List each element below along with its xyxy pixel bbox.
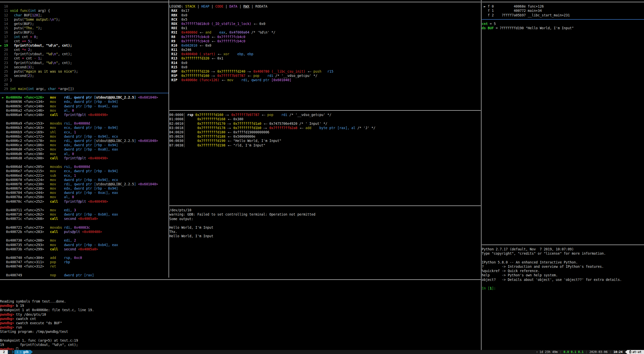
asm-line: [0, 204, 169, 208]
asm-line: 0x400696 <func+134> mov edx, dword ptr […: [0, 100, 169, 104]
asm-line: 0x400711 <func+257> mov edi, 3: [0, 208, 169, 212]
io-line: Hello World, I'm Input: [169, 225, 481, 230]
stack-row: 05:0028│ 0x7fffffffd188 ◂— 0x50000000e: [169, 134, 481, 139]
divider-line: [0, 93, 169, 93]
disasm-divider: [ DISASM ]: [0, 91, 169, 95]
ipython-line: Python 2.7.17 (default, Nov 7 2019, 10:0…: [482, 247, 644, 251]
terminal-screen: 1 "disasm, code" 10 11 void func(int arg…: [0, 0, 644, 354]
clock-value: 10:24: [614, 350, 623, 354]
pane-border-line: [169, 110, 481, 111]
console-line: pwndbg> cwatch cnt: [0, 317, 481, 321]
pane-separator-right[interactable]: [481, 0, 481, 350]
pane-legend-regs[interactable]: 2 "legend, regs" LEGEND: STACK | HEAP | …: [169, 0, 481, 108]
pane-ipython[interactable]: 7 "IPython: tmp/pwndbg" Python 2.7.17 (d…: [482, 243, 644, 350]
ipython-line: help -> Python's own help system.: [482, 273, 644, 277]
powerline-arrow-icon: [8, 350, 10, 354]
uptime-value: 1d 23h 49m: [539, 350, 558, 354]
pane-separator-left[interactable]: [169, 0, 169, 278]
asm-line: 0x4006dd <func+205> movabs rsi, 0x40080d: [0, 165, 169, 169]
ipython-line: In [1]:: [482, 286, 644, 290]
stack-row: 01:0008│ 0x7fffffffd168 ◂— 0x380: [169, 117, 481, 121]
pane-border-line: [169, 2, 481, 2]
console-line: Breakpoint 1 at 0x40068e: file test.c, l…: [0, 308, 481, 312]
register-row: RSI 0x40080d ◂— and eax, 0x4f000a64 /* '…: [169, 30, 481, 35]
source-line: 26 second(2);: [0, 74, 169, 78]
asm-line: 0x400748 <func+312> ret: [0, 264, 169, 269]
source-line: 24 second(3);: [0, 65, 169, 69]
date-value: 2020-03-06: [589, 350, 607, 354]
source-line: 14 gets(BUF);: [0, 22, 169, 26]
source-line: ► 19 fprintf(stdout, "%d\n", cnt);: [0, 43, 169, 48]
asm-line: 0x4006d6 <func+198> mov al, 0: [0, 152, 169, 156]
ipython-console[interactable]: Python 2.7.17 (default, Nov 7 2019, 10:0…: [482, 247, 644, 290]
asm-line: 0x40069c <func+140> mov dword ptr [rbp -…: [0, 104, 169, 108]
register-row: RAX 0x17: [169, 9, 481, 13]
source-line: 11 void func(int arg) {: [0, 9, 169, 13]
source-line: 22 cnt = cnt - 1;: [0, 56, 169, 61]
register-row: R15 0x0: [169, 65, 481, 69]
expressions-list: cnt = 5ds BUF = 7fffffffd190 "Hello Worl…: [482, 22, 644, 30]
frame-row: f 2 7ffff7a05b97 __libc_start_main+231: [482, 13, 644, 17]
asm-line: 0x4006a9 <func+153> movabs rsi, 0x40080d: [0, 121, 169, 126]
pane-border-line: [482, 245, 644, 245]
register-row: R14 0x0: [169, 61, 481, 65]
source-line: 16 puts(BUF);: [0, 30, 169, 35]
pane-backtrace-expressions[interactable]: 6 "backtrace, expressions, args" ► f 0 4…: [482, 0, 644, 243]
asm-line: ► 0x40068e <func+126> mov rdi, qword ptr…: [0, 95, 169, 100]
pane-main-gdb[interactable]: 5 "Main" Reading symbols from test...don…: [0, 278, 481, 350]
register-row: RBP 0x7fffffffd220 —▸ 0x7fffffffd240 —▸ …: [169, 69, 481, 74]
disassembly-list: ► 0x40068e <func+126> mov rdi, qword ptr…: [0, 95, 169, 277]
asm-line: [0, 160, 169, 165]
io-line: /dev/pts/10: [169, 208, 481, 212]
io-line: Hello World, I'm Input: [169, 234, 481, 238]
register-row: RCX 0x5: [169, 17, 481, 22]
asm-line: [0, 269, 169, 273]
separator-icon: ⟨: [558, 350, 563, 354]
io-output: /dev/pts/10warning: GDB: Failed to set c…: [169, 208, 481, 238]
asm-line: 0x40070c <func+252> call fprintf@plt <0x…: [0, 199, 169, 204]
divider-line: [482, 19, 644, 20]
console-line: [0, 295, 481, 299]
gdb-console[interactable]: Reading symbols from test...done.pwndbg>…: [0, 282, 481, 350]
console-line: pwndbg> cwatch execute "ds BUF": [0, 321, 481, 325]
asm-line: 0x4006e7 <func+215> mov ecx, dword ptr […: [0, 169, 169, 173]
hostname-segment: at-at: [627, 350, 644, 354]
chevron-icon: ❯: [20, 350, 23, 354]
pane-title-regs: 2 "legend, regs": [169, 0, 481, 4]
ipython-line: [482, 256, 644, 260]
source-line: 18 cnt += 5;: [0, 39, 169, 43]
stack-row: 06:0030│ 0x7fffffffd190 ◂— "Hello World,…: [169, 139, 481, 143]
asm-line: 0x400716 <func+262> mov dword ptr [rbp -…: [0, 212, 169, 217]
pane-stack[interactable]: 3 "stack" 00:0000│ rsp 0x7fffffffd160 —▸…: [169, 108, 481, 204]
powerline-arrow-icon: [625, 350, 627, 354]
asm-line: 0x4006bc <func+172> mov dword ptr [rbp -…: [0, 134, 169, 139]
status-right: ↑ 1d 23h 49m ⟨ 0.0 0.1 0.1 ⟨ 2020-03-06 …: [536, 350, 644, 354]
asm-line: 0x4006b9 <func+169> shl ecx, 1: [0, 130, 169, 134]
asm-line: 0x4006d0 <func+192> mov dword ptr [rbp -…: [0, 147, 169, 152]
window-name: gdb: [23, 350, 29, 354]
battery-icon: [629, 351, 631, 353]
asm-line: 0x400749 nop dword ptr [rax]: [0, 273, 169, 277]
pane-border-line: [169, 205, 481, 206]
register-row: R10 0x602010 ◂— 0x0: [169, 43, 481, 48]
source-line: 20 cnt *= 2;: [0, 48, 169, 52]
window-indicator[interactable]: 2: [0, 350, 8, 354]
console-line: [0, 282, 481, 286]
asm-line: 0x4006c2 <func+178> mov rdi, qword ptr […: [0, 139, 169, 143]
io-line: Some output:: [169, 217, 481, 221]
expressions-divider: [ EXPRESSIONS ]: [482, 17, 644, 22]
console-line: [0, 334, 481, 338]
pane-disasm-code[interactable]: 1 "disasm, code" 10 11 void func(int arg…: [0, 0, 169, 278]
stack-row: 02:0010│ 0x7fffffffd170 —▸ 0x7fffffffd1a…: [169, 122, 481, 126]
register-row: R12 0x4004b0 (_start) ◂— xor ebp, ebp: [169, 52, 481, 56]
asm-line: 0x400721 <func+273> movabs rdi, 0x40083c: [0, 225, 169, 230]
asm-line: 0x400747 <func+311> pop rbp: [0, 260, 169, 264]
asm-line: 0x40071c <func+268> call second <0x4005a…: [0, 217, 169, 221]
stack-list: 00:0000│ rsp 0x7fffffffd160 —▸ 0x7ffff7b…: [169, 113, 481, 148]
pane-input-output[interactable]: 4 "Input / Output" /dev/pts/10warning: G…: [169, 204, 481, 278]
asm-line: 0x400730 <func+288> mov edi, 2: [0, 238, 169, 243]
source-line: 23 fprintf(stdout, "%d\n", cnt);: [0, 61, 169, 65]
active-window-tab[interactable]: 1 ❯ gdb: [14, 350, 30, 354]
console-line: [0, 286, 481, 290]
asm-line: [0, 117, 169, 121]
